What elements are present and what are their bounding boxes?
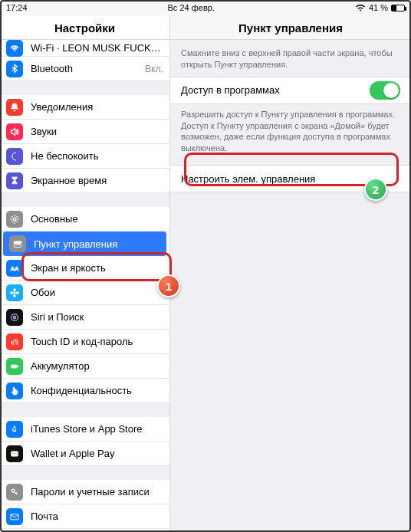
bt-icon bbox=[6, 61, 23, 77]
sidebar-row-sound[interactable]: Звуки bbox=[0, 120, 169, 144]
svg-point-4 bbox=[14, 291, 16, 294]
detail-pane: Пункт управления Смахните вниз с верхней… bbox=[170, 15, 411, 532]
status-time: 17:24 bbox=[6, 3, 28, 12]
sidebar-item-label: Siri и Поиск bbox=[31, 311, 163, 323]
svg-rect-13 bbox=[12, 365, 16, 367]
wifi-icon bbox=[6, 40, 23, 57]
key-icon bbox=[6, 484, 23, 501]
battery-icon bbox=[391, 5, 405, 11]
svg-rect-1 bbox=[14, 241, 21, 244]
sidebar-row-finger[interactable]: Touch ID и код-пароль bbox=[0, 330, 169, 354]
sound-icon bbox=[6, 123, 23, 140]
svg-point-8 bbox=[16, 291, 18, 294]
detail-title: Пункт управления bbox=[170, 15, 411, 40]
siri-icon bbox=[6, 309, 23, 326]
access-in-apps-row[interactable]: Доступ в программах bbox=[170, 77, 411, 104]
status-date: Вс 24 февр. bbox=[168, 3, 215, 12]
sidebar-row-hand[interactable]: Конфиденциальность bbox=[0, 379, 169, 403]
wallet-icon bbox=[6, 445, 23, 462]
svg-point-0 bbox=[13, 218, 16, 221]
sidebar-row-contact[interactable]: Контакты bbox=[0, 529, 169, 532]
status-bar: 17:24 Вс 24 февр. 41 % bbox=[0, 0, 411, 15]
sidebar-item-label: Экранное время bbox=[31, 175, 163, 186]
finger-icon bbox=[6, 333, 23, 350]
sidebar-row-aa[interactable]: AAЭкран и яркость bbox=[0, 256, 169, 281]
appstore-icon bbox=[6, 421, 23, 438]
sidebar-row-mail[interactable]: Почта bbox=[0, 504, 169, 529]
sidebar-item-label: Обои bbox=[31, 287, 163, 298]
sidebar-item-label: Пункт управления bbox=[34, 238, 160, 250]
sidebar-item-label: Основные bbox=[31, 213, 163, 225]
access-label: Доступ в программах bbox=[181, 84, 370, 96]
svg-point-6 bbox=[13, 294, 15, 297]
chevron-right-icon: › bbox=[396, 172, 400, 186]
sidebar-item-label: Touch ID и код-пароль bbox=[31, 336, 163, 347]
access-toggle[interactable] bbox=[370, 81, 400, 100]
sidebar-row-bt[interactable]: BluetoothВкл. bbox=[0, 57, 169, 81]
sidebar: Настройки Wi-Fi · LEON MUSK FUCKS SP…Blu… bbox=[0, 15, 170, 532]
sidebar-item-label: Не беспокоить bbox=[31, 150, 163, 162]
aa-icon: AA bbox=[6, 260, 23, 277]
annotation-badge-2: 2 bbox=[364, 178, 387, 201]
svg-point-7 bbox=[11, 291, 13, 294]
switch-icon bbox=[9, 235, 26, 252]
sidebar-row-bell[interactable]: Уведомления bbox=[0, 95, 169, 120]
sidebar-item-label: Аккумулятор bbox=[31, 360, 163, 372]
sidebar-row-wifi[interactable]: Wi-Fi · LEON MUSK FUCKS SP… bbox=[0, 40, 169, 57]
sidebar-item-label: Почта bbox=[31, 511, 163, 522]
battery-pct: 41 % bbox=[369, 3, 388, 12]
sidebar-item-label: Wi-Fi · LEON MUSK FUCKS SP… bbox=[31, 42, 163, 54]
sidebar-item-label: Конфиденциальность bbox=[31, 385, 163, 396]
moon-icon bbox=[6, 148, 23, 165]
sidebar-row-moon[interactable]: Не беспокоить bbox=[0, 144, 169, 169]
svg-point-10 bbox=[13, 316, 16, 319]
sidebar-item-label: Звуки bbox=[31, 126, 163, 137]
sidebar-row-siri[interactable]: Siri и Поиск bbox=[0, 305, 169, 330]
access-note: Разрешить доступ к Пункту управления в п… bbox=[170, 104, 411, 165]
sidebar-row-wallet[interactable]: Wallet и Apple Pay bbox=[0, 442, 169, 466]
svg-rect-15 bbox=[12, 452, 18, 453]
sidebar-row-flower[interactable]: Обои bbox=[0, 281, 169, 305]
sidebar-row-hourglass[interactable]: Экранное время bbox=[0, 169, 169, 193]
batt-icon bbox=[6, 358, 23, 375]
customize-label: Настроить элем. управления bbox=[181, 173, 396, 185]
flower-icon bbox=[6, 284, 23, 301]
svg-point-5 bbox=[13, 288, 15, 291]
gear-icon bbox=[6, 211, 23, 228]
mail-icon bbox=[6, 508, 23, 525]
annotation-badge-1: 1 bbox=[157, 274, 180, 297]
sidebar-row-key[interactable]: Пароли и учетные записи bbox=[0, 480, 169, 504]
sidebar-row-batt[interactable]: Аккумулятор bbox=[0, 354, 169, 379]
detail-hint-top: Смахните вниз с верхней правой части экр… bbox=[170, 40, 411, 77]
wifi-icon bbox=[355, 4, 366, 11]
svg-text:AA: AA bbox=[10, 265, 19, 272]
sidebar-title: Настройки bbox=[0, 15, 169, 40]
sidebar-item-label: Пароли и учетные записи bbox=[31, 486, 163, 498]
sidebar-item-accessory: Вкл. bbox=[145, 64, 163, 74]
svg-rect-2 bbox=[14, 245, 21, 247]
sidebar-item-label: Wallet и Apple Pay bbox=[31, 448, 163, 459]
bell-icon bbox=[6, 99, 23, 116]
sidebar-item-label: iTunes Store и App Store bbox=[31, 423, 163, 435]
hourglass-icon bbox=[6, 172, 23, 189]
sidebar-row-switch[interactable]: Пункт управления bbox=[3, 232, 166, 256]
sidebar-row-appstore[interactable]: iTunes Store и App Store bbox=[0, 417, 169, 442]
sidebar-item-label: Bluetooth bbox=[31, 63, 142, 74]
sidebar-item-label: Экран и яркость bbox=[31, 262, 163, 274]
hand-icon bbox=[6, 383, 23, 399]
sidebar-item-label: Уведомления bbox=[31, 101, 163, 113]
sidebar-row-gear[interactable]: Основные bbox=[0, 207, 169, 232]
svg-rect-12 bbox=[18, 366, 18, 366]
